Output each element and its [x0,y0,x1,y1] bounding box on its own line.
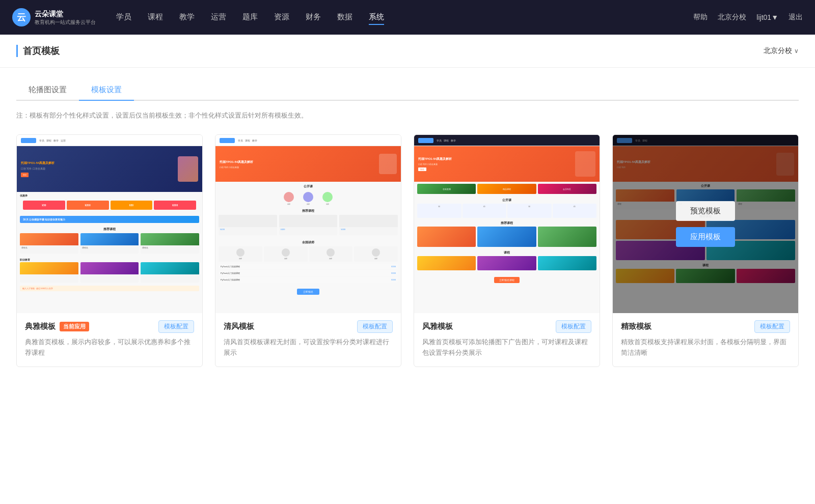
logout-link[interactable]: 退出 [789,13,803,22]
nav-right: 帮助 北京分校 lijt01▼ 退出 [693,13,803,22]
template-card-3[interactable]: 学员 课程 教学 托福TPO1-54真题及解析 口语 写作 口语全真题 报名 [414,134,600,367]
template-card-4[interactable]: 预览模板 应用模板 学员 课程 托福TPO1-54真题及解析 [612,134,799,367]
tab-template[interactable]: 模板设置 [79,80,134,101]
template-desc-2: 清风首页模板课程无封面，可设置按学科分类对课程进行展示 [224,337,393,358]
config-button-4[interactable]: 模板配置 [754,320,790,333]
navbar: 云 云朵课堂 教育机构一站式服务云平台 学员 课程 教学 运营 题库 资源 财务… [0,0,815,35]
help-link[interactable]: 帮助 [693,13,708,22]
nav-item-finance[interactable]: 财务 [306,10,321,25]
template-desc-1: 典雅首页模板，展示内容较多，可以展示优惠券和多个推荐课程 [25,337,194,358]
nav-item-teaching[interactable]: 教学 [179,10,195,25]
nav-item-students[interactable]: 学员 [116,10,131,25]
user-menu[interactable]: lijt01▼ [756,13,778,21]
logo-text: 云朵课堂 教育机构一站式服务云平台 [35,9,96,25]
template-name-1: 典雅模板 当前应用 [25,322,89,331]
branch-link[interactable]: 北京分校 [718,13,746,22]
page-title: 首页模板 [16,45,60,57]
template-info-4: 精致模板 模板配置 精致首页模板支持课程展示封面，各模板分隔明显，界面简洁清晰 [613,313,798,367]
template-preview-1: 学员 课程 教学 运营 托福TPO1-54真题及解析 口语 写作 口语全真题 ¥ [17,135,202,313]
nav-item-operations[interactable]: 运营 [211,10,226,25]
config-button-1[interactable]: 模板配置 [158,320,194,333]
nav-item-courses[interactable]: 课程 [148,10,163,25]
template-name-4: 精致模板 [621,322,651,331]
tab-carousel[interactable]: 轮播图设置 [16,80,79,101]
template-info-3: 风雅模板 模板配置 风雅首页模板可添加轮播图下广告图片，可对课程及课程包设置学科… [414,313,600,367]
preview-button[interactable]: 预览模板 [676,201,735,221]
template-overlay: 预览模板 应用模板 [613,135,798,313]
template-info-2: 清风模板 模板配置 清风首页模板课程无封面，可设置按学科分类对课程进行展示 [215,313,401,367]
template-grid: 学员 课程 教学 运营 托福TPO1-54真题及解析 口语 写作 口语全真题 ¥ [16,134,799,367]
template-card-2[interactable]: 学员 课程 教学 托福TPO1-54真题及解析 口语 写作 口语全真题 公开 [215,134,401,367]
template-name-3: 风雅模板 [422,322,453,331]
template-preview-3: 学员 课程 教学 托福TPO1-54真题及解析 口语 写作 口语全真题 报名 [414,135,600,313]
template-info-1: 典雅模板 当前应用 模板配置 典雅首页模板，展示内容较多，可以展示优惠券和多个推… [17,313,202,367]
template-name-2: 清风模板 [224,322,254,331]
chevron-down-icon: ∨ [794,47,799,54]
nav-item-questions[interactable]: 题库 [242,10,258,25]
current-badge-1: 当前应用 [60,322,89,331]
template-desc-4: 精致首页模板支持课程展示封面，各模板分隔明显，界面简洁清晰 [621,337,790,358]
page-header: 首页模板 北京分校 ∨ [0,35,815,68]
nav-item-resources[interactable]: 资源 [274,10,289,25]
template-card-1[interactable]: 学员 课程 教学 运营 托福TPO1-54真题及解析 口语 写作 口语全真题 ¥ [16,134,203,367]
nav-item-system[interactable]: 系统 [369,10,384,25]
apply-button[interactable]: 应用模板 [676,227,735,247]
branch-selector[interactable]: 北京分校 ∨ [764,46,799,55]
tab-bar: 轮播图设置 模板设置 [16,80,799,101]
config-button-2[interactable]: 模板配置 [357,320,393,333]
template-desc-3: 风雅首页模板可添加轮播图下广告图片，可对课程及课程包设置学科分类展示 [422,337,591,358]
nav-menu: 学员 课程 教学 运营 题库 资源 财务 数据 系统 [116,10,693,25]
main-content: 轮播图设置 模板设置 注：模板有部分个性化样式设置，设置后仅当前模板生效；非个性… [0,68,815,504]
template-preview-2: 学员 课程 教学 托福TPO1-54真题及解析 口语 写作 口语全真题 公开 [215,135,401,313]
config-button-3[interactable]: 模板配置 [556,320,591,333]
logo[interactable]: 云 云朵课堂 教育机构一站式服务云平台 [12,8,96,26]
note-text: 注：模板有部分个性化样式设置，设置后仅当前模板生效；非个性化样式设置后针对所有模… [16,111,799,120]
template-preview-4: 预览模板 应用模板 学员 课程 托福TPO1-54真题及解析 [613,135,798,313]
logo-icon: 云 [12,8,31,26]
nav-item-data[interactable]: 数据 [337,10,352,25]
